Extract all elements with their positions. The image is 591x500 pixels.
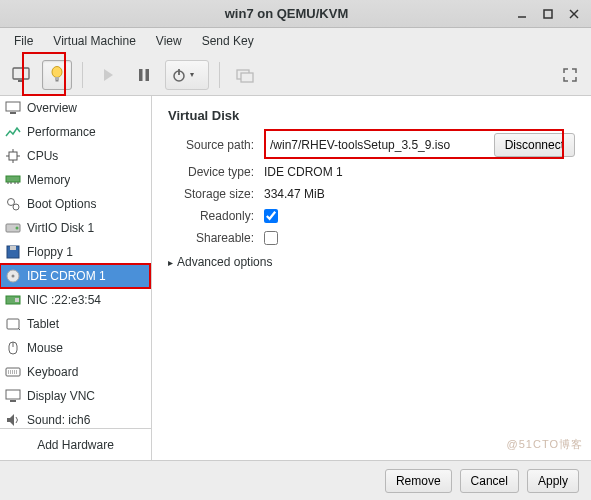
- sidebar-item-label: Display VNC: [27, 389, 95, 403]
- device-type-label: Device type:: [168, 165, 254, 179]
- minimize-button[interactable]: [513, 5, 531, 23]
- sidebar-item-label: Floppy 1: [27, 245, 73, 259]
- play-icon: [102, 68, 114, 82]
- svg-point-29: [13, 204, 19, 210]
- sidebar-item-label: IDE CDROM 1: [27, 269, 106, 283]
- svg-rect-4: [13, 68, 29, 79]
- svg-point-28: [8, 199, 15, 206]
- pc-icon: [4, 100, 22, 116]
- device-type-value: IDE CDROM 1: [264, 165, 343, 179]
- watermark-text: @51CTO博客: [507, 437, 583, 452]
- storage-size-label: Storage size:: [168, 187, 254, 201]
- svg-rect-33: [10, 246, 16, 250]
- svg-rect-11: [146, 69, 150, 81]
- svg-rect-46: [10, 400, 16, 402]
- svg-point-35: [12, 275, 15, 278]
- cancel-button[interactable]: Cancel: [460, 469, 519, 493]
- readonly-label: Readonly:: [168, 209, 254, 223]
- sidebar-item-nic[interactable]: NIC :22:e3:54: [0, 288, 151, 312]
- sidebar-item-sound[interactable]: Sound: ich6: [0, 408, 151, 428]
- sidebar-item-label: Mouse: [27, 341, 63, 355]
- sidebar-item-label: NIC :22:e3:54: [27, 293, 101, 307]
- ram-icon: [4, 172, 22, 188]
- floppy-icon: [4, 244, 22, 260]
- footer: Remove Cancel Apply: [0, 460, 591, 500]
- details-view-button[interactable]: [42, 60, 72, 90]
- hardware-list[interactable]: Overview Performance CPUs Memory Boot Op…: [0, 96, 151, 428]
- svg-line-39: [18, 328, 20, 330]
- sidebar-item-overview[interactable]: Overview: [0, 96, 151, 120]
- sidebar-item-label: Performance: [27, 125, 96, 139]
- sidebar-item-ide-cdrom[interactable]: IDE CDROM 1: [0, 264, 151, 288]
- menu-send-key[interactable]: Send Key: [194, 30, 262, 52]
- sidebar-item-label: Tablet: [27, 317, 59, 331]
- svg-rect-10: [139, 69, 143, 81]
- disk-icon: [4, 220, 22, 236]
- svg-point-31: [16, 227, 19, 230]
- sidebar-item-mouse[interactable]: Mouse: [0, 336, 151, 360]
- svg-rect-16: [6, 102, 20, 111]
- mouse-icon: [4, 340, 22, 356]
- sidebar-item-display[interactable]: Display VNC: [0, 384, 151, 408]
- svg-rect-1: [544, 10, 552, 18]
- cdrom-icon: [4, 268, 22, 284]
- source-path-value: /win7/RHEV-toolsSetup_3.5_9.iso: [264, 134, 494, 156]
- advanced-options-label: Advanced options: [177, 255, 272, 269]
- shareable-label: Shareable:: [168, 231, 254, 245]
- window-title: win7 on QEMU/KVM: [60, 6, 513, 21]
- menubar: File Virtual Machine View Send Key: [0, 28, 591, 54]
- close-button[interactable]: [565, 5, 583, 23]
- svg-point-6: [52, 66, 62, 77]
- svg-marker-47: [7, 414, 14, 426]
- snapshot-button[interactable]: [230, 60, 260, 90]
- svg-rect-45: [6, 390, 20, 399]
- sidebar-item-keyboard[interactable]: Keyboard: [0, 360, 151, 384]
- apply-button[interactable]: Apply: [527, 469, 579, 493]
- source-path-label: Source path:: [168, 138, 254, 152]
- sidebar-item-label: VirtIO Disk 1: [27, 221, 94, 235]
- maximize-button[interactable]: [539, 5, 557, 23]
- expand-icon: [563, 68, 577, 82]
- sidebar-item-performance[interactable]: Performance: [0, 120, 151, 144]
- svg-rect-15: [241, 73, 253, 82]
- sidebar-item-boot-options[interactable]: Boot Options: [0, 192, 151, 216]
- svg-rect-5: [18, 80, 24, 82]
- disconnect-button[interactable]: Disconnect: [494, 133, 575, 157]
- pause-button[interactable]: [129, 60, 159, 90]
- gears-icon: [4, 196, 22, 212]
- sidebar-item-memory[interactable]: Memory: [0, 168, 151, 192]
- sidebar-item-floppy[interactable]: Floppy 1: [0, 240, 151, 264]
- tablet-icon: [4, 316, 22, 332]
- advanced-options-expander[interactable]: Advanced options: [168, 255, 575, 269]
- add-hardware-button[interactable]: Add Hardware: [0, 428, 151, 460]
- sidebar-item-tablet[interactable]: Tablet: [0, 312, 151, 336]
- snapshot-icon: [236, 67, 254, 83]
- display-icon: [4, 388, 22, 404]
- sidebar-item-cpus[interactable]: CPUs: [0, 144, 151, 168]
- svg-rect-37: [15, 298, 19, 302]
- svg-marker-9: [104, 69, 113, 81]
- info-bulb-icon: [50, 66, 64, 84]
- menu-view[interactable]: View: [148, 30, 190, 52]
- console-view-button[interactable]: [6, 60, 36, 90]
- nic-icon: [4, 292, 22, 308]
- menu-file[interactable]: File: [6, 30, 41, 52]
- shareable-checkbox[interactable]: [264, 231, 278, 245]
- sidebar-item-label: Keyboard: [27, 365, 78, 379]
- power-icon: [172, 68, 186, 82]
- storage-size-value: 334.47 MiB: [264, 187, 325, 201]
- svg-rect-23: [6, 176, 20, 182]
- menu-virtual-machine[interactable]: Virtual Machine: [45, 30, 144, 52]
- sidebar-item-label: CPUs: [27, 149, 58, 163]
- sidebar: Overview Performance CPUs Memory Boot Op…: [0, 96, 152, 460]
- run-button[interactable]: [93, 60, 123, 90]
- sidebar-item-label: Overview: [27, 101, 77, 115]
- keyboard-icon: [4, 364, 22, 380]
- chart-icon: [4, 124, 22, 140]
- sidebar-item-label: Memory: [27, 173, 70, 187]
- readonly-checkbox[interactable]: [264, 209, 278, 223]
- shutdown-dropdown[interactable]: [165, 60, 209, 90]
- fullscreen-button[interactable]: [555, 60, 585, 90]
- sidebar-item-virtio-disk[interactable]: VirtIO Disk 1: [0, 216, 151, 240]
- remove-button[interactable]: Remove: [385, 469, 452, 493]
